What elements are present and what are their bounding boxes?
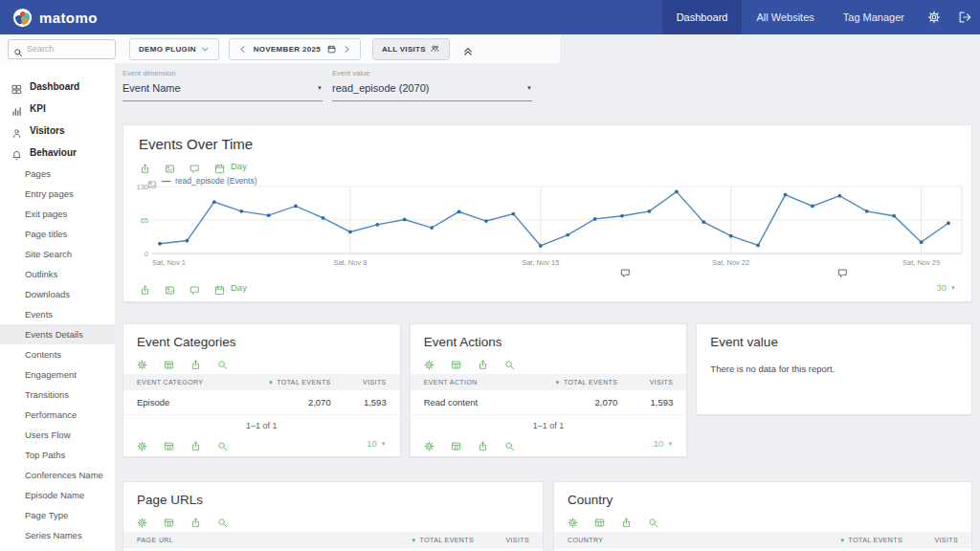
column-header-sorted[interactable]: ▼TOTAL EVENTS	[235, 379, 331, 386]
sidebar-item-episode-name[interactable]: Episode Name	[0, 485, 115, 505]
table-row[interactable]: Episode2,0701,593	[123, 390, 400, 415]
sidebar-item-kpi[interactable]: KPI	[0, 98, 115, 120]
collapse-topbar-icon[interactable]	[462, 43, 474, 55]
sidebar-item-users-flow[interactable]: Users Flow	[0, 425, 115, 445]
search-icon[interactable]	[217, 438, 228, 449]
export-icon[interactable]	[190, 357, 201, 367]
segment-selector-button[interactable]: ALL VISITS	[372, 38, 450, 60]
export-image-icon[interactable]	[165, 161, 175, 171]
table-view-icon[interactable]	[451, 438, 461, 449]
search-icon[interactable]	[504, 438, 515, 449]
table-view-icon[interactable]	[164, 438, 174, 449]
nav-all-websites[interactable]: All Websites	[742, 0, 828, 34]
export-icon[interactable]	[190, 438, 201, 449]
sidebar-item-performance[interactable]: Performance	[0, 405, 115, 425]
column-header-sorted[interactable]: ▼TOTAL EVENTS	[368, 537, 474, 543]
table-view-icon[interactable]	[164, 515, 174, 525]
export-icon[interactable]	[140, 282, 150, 293]
sidebar-item-engagement[interactable]: Engagement	[0, 364, 115, 385]
annotation-marker-icon[interactable]	[837, 265, 848, 276]
previous-period-icon[interactable]	[238, 45, 247, 54]
calendar-icon	[327, 45, 336, 54]
column-header-sorted[interactable]: ▼TOTAL EVENTS	[797, 537, 902, 543]
sidebar-item-behaviour[interactable]: Behaviour	[0, 142, 115, 164]
site-selector-button[interactable]: DEMO PLUGIN	[129, 38, 219, 60]
chart-legend[interactable]: — read_episode (Events)	[147, 176, 257, 186]
report-settings-icon[interactable]	[137, 357, 147, 367]
search-icon[interactable]	[217, 357, 228, 367]
search-icon[interactable]	[504, 357, 515, 367]
table-view-icon[interactable]	[164, 357, 174, 367]
sidebar-item-top-paths[interactable]: Top Paths	[0, 445, 115, 465]
column-header[interactable]: PAGE URL	[137, 537, 368, 543]
search-input[interactable]	[27, 44, 110, 54]
annotation-marker-icon[interactable]	[620, 265, 631, 276]
sidebar-item-entry-pages[interactable]: Entry pages	[0, 184, 115, 204]
image-frame-icon[interactable]	[147, 176, 157, 186]
column-header[interactable]: VISITS	[902, 537, 958, 543]
matomo-logo[interactable]: matomo	[0, 8, 98, 28]
sidebar-item-page-type[interactable]: Page Type	[0, 505, 115, 525]
sidebar-item-events-details[interactable]: Events Details	[0, 324, 115, 344]
next-period-icon[interactable]	[343, 45, 351, 54]
column-header[interactable]: VISITS	[617, 379, 673, 386]
report-settings-icon[interactable]	[137, 515, 147, 525]
legend-label: read_episode (Events)	[175, 176, 257, 186]
signout-icon[interactable]	[958, 11, 971, 24]
sidebar-item-contents[interactable]: Contents	[0, 344, 115, 364]
table-cell: 2,070	[235, 397, 331, 408]
report-settings-icon[interactable]	[424, 438, 434, 449]
sidebar-item-training-titles[interactable]: Training titles	[0, 545, 115, 551]
annotations-icon[interactable]	[189, 282, 200, 293]
export-icon[interactable]	[478, 357, 488, 367]
svg-text:Sat, Nov 1: Sat, Nov 1	[152, 258, 186, 267]
sidebar-item-dashboard[interactable]: Dashboard	[0, 76, 115, 98]
column-header[interactable]: VISITS	[474, 537, 529, 543]
event-value-select[interactable]: Event value read_episode (2070)▼	[332, 69, 532, 101]
sidebar-item-label: KPI	[30, 103, 46, 114]
export-image-icon[interactable]	[165, 282, 175, 293]
sidebar-item-outlinks[interactable]: Outlinks	[0, 264, 115, 284]
row-limit-select[interactable]: 10▼	[654, 438, 674, 449]
period-granularity-label[interactable]: Day	[231, 282, 247, 293]
search-icon[interactable]	[217, 515, 228, 525]
calendar-icon[interactable]	[214, 282, 225, 293]
table-view-icon[interactable]	[451, 357, 461, 367]
sidebar-item-downloads[interactable]: Downloads	[0, 284, 115, 304]
admin-gear-icon[interactable]	[927, 11, 941, 24]
export-icon[interactable]	[478, 438, 488, 449]
nav-tag-manager[interactable]: Tag Manager	[829, 0, 919, 34]
calendar-icon[interactable]	[214, 161, 225, 171]
export-icon[interactable]	[190, 515, 201, 525]
sidebar-item-site-search[interactable]: Site Search	[0, 244, 115, 264]
annotations-icon[interactable]	[189, 161, 200, 171]
export-icon[interactable]	[140, 161, 150, 171]
sidebar-item-page-titles[interactable]: Page titles	[0, 224, 115, 244]
sidebar-item-series-names[interactable]: Series Names	[0, 525, 115, 545]
sidebar-item-pages[interactable]: Pages	[0, 164, 115, 184]
period-granularity-label[interactable]: Day	[231, 161, 247, 171]
sidebar-item-conferences-name[interactable]: Conferences Name	[0, 465, 115, 485]
sidebar-item-visitors[interactable]: Visitors	[0, 120, 115, 142]
table-view-icon[interactable]	[594, 515, 605, 525]
nav-dashboard[interactable]: Dashboard	[662, 0, 743, 34]
report-settings-icon[interactable]	[424, 357, 434, 367]
sidebar-item-events[interactable]: Events	[0, 304, 115, 324]
table-row[interactable]: Read content2,0701,593	[411, 390, 687, 415]
column-header-sorted[interactable]: ▼TOTAL EVENTS	[522, 379, 617, 386]
row-limit-select[interactable]: 10▼	[367, 438, 387, 449]
row-limit-select[interactable]: 30▼	[936, 282, 956, 293]
report-settings-icon[interactable]	[568, 515, 578, 525]
report-settings-icon[interactable]	[137, 438, 147, 449]
column-header[interactable]: VISITS	[331, 379, 387, 386]
sidebar-item-exit-pages[interactable]: Exit pages	[0, 204, 115, 224]
column-header[interactable]: COUNTRY	[568, 537, 797, 543]
search-icon[interactable]	[648, 515, 658, 525]
event-dimension-select[interactable]: Event dimension Event Name▼	[122, 69, 323, 101]
column-header[interactable]: EVENT CATEGORY	[137, 379, 235, 386]
events-line-chart[interactable]: 065130Sat, Nov 1Sat, Nov 8Sat, Nov 15Sat…	[123, 181, 973, 269]
sidebar-item-transitions[interactable]: Transitions	[0, 385, 115, 405]
column-header[interactable]: EVENT ACTION	[424, 379, 523, 386]
period-selector-button[interactable]: NOVEMBER 2025	[229, 38, 361, 60]
export-icon[interactable]	[621, 515, 632, 525]
